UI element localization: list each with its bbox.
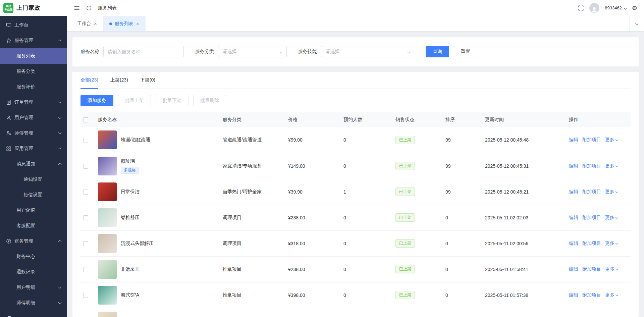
category-select[interactable]: 请选择 <box>218 46 287 57</box>
sidebar-item[interactable]: 消息通知 <box>0 156 67 172</box>
hamburger-icon[interactable] <box>74 5 80 11</box>
row-checkbox[interactable] <box>83 164 88 169</box>
filter-label: 服务名称 <box>80 49 99 55</box>
more-link[interactable]: 更多 <box>605 137 618 142</box>
addon-link[interactable]: 附加项目 <box>582 292 601 298</box>
sidebar-item[interactable]: 用户管理 <box>0 110 67 125</box>
sidebar-item[interactable]: 工作台 <box>0 17 67 33</box>
sidebar-item[interactable]: 客服配置 <box>0 218 67 233</box>
user-dropdown[interactable]: 8933462 <box>605 5 627 10</box>
worker-icon <box>6 130 11 136</box>
sidebar-item[interactable]: 财务中心 <box>0 249 67 264</box>
sidebar-item[interactable]: 服务管理 <box>0 33 67 48</box>
user-icon <box>6 115 11 120</box>
select-placeholder: 请选择 <box>325 49 339 55</box>
sidebar-item-label: 服务列表 <box>16 53 35 59</box>
sidebar-menu: 工作台服务管理服务列表服务分类服务评价订单管理用户管理师傅管理应用管理消息通知通… <box>0 16 67 317</box>
sidebar-item[interactable]: 通知设置 <box>0 172 67 187</box>
status-tab[interactable]: 上架(23) <box>110 72 128 89</box>
search-button[interactable]: 查询 <box>426 46 449 57</box>
sidebar-item[interactable]: 财务管理 <box>0 233 67 249</box>
addon-link[interactable]: 附加项目 <box>582 163 601 168</box>
more-link[interactable]: 更多 <box>605 292 618 298</box>
tab-close-icon[interactable]: × <box>136 21 139 27</box>
filter-card: 服务名称服务分类请选择服务技能请选择 查询 重置 <box>72 37 639 66</box>
batch-up-button[interactable]: 批量上架 <box>118 95 151 106</box>
more-link[interactable]: 更多 <box>605 266 618 272</box>
sidebar-item[interactable]: 用户明细 <box>0 280 67 295</box>
row-checkbox[interactable] <box>83 190 88 195</box>
nav-tab[interactable]: 工作台× <box>71 16 103 31</box>
sidebar-item-label: 师傅明细 <box>16 300 35 306</box>
sidebar-item[interactable]: 服务评价 <box>0 79 67 95</box>
chevron-down-icon <box>615 293 618 296</box>
col-sort: 排序 <box>443 112 482 127</box>
document-icon <box>6 100 11 105</box>
edit-link[interactable]: 编辑 <box>569 215 578 220</box>
sidebar-item[interactable]: 订单管理 <box>0 95 67 110</box>
batch-delete-button[interactable]: 批量删除 <box>193 95 226 106</box>
chevron-down-icon <box>615 216 618 218</box>
sidebar-item[interactable]: 服务分类 <box>0 64 67 79</box>
sidebar-item[interactable]: 用户储值 <box>0 203 67 218</box>
sidebar-item[interactable] <box>0 311 67 317</box>
skill-select[interactable]: 请选择 <box>321 46 414 57</box>
sidebar-item-label: 退款记录 <box>16 269 35 275</box>
sidebar-item-label: 服务分类 <box>16 68 35 74</box>
more-link[interactable]: 更多 <box>605 215 618 220</box>
service-category: 管道疏通/疏通管道 <box>220 127 285 153</box>
table-row: 日常保洁当季热门/呵护全家¥39.901已上架992025-05-12 00:4… <box>80 179 631 205</box>
avatar[interactable] <box>589 3 599 13</box>
fullscreen-icon[interactable] <box>578 5 584 11</box>
more-link[interactable]: 更多 <box>605 163 618 168</box>
status-tab[interactable]: 下架(0) <box>140 72 155 89</box>
addon-link[interactable]: 附加项目 <box>582 215 601 220</box>
sidebar-item[interactable]: 服务列表 <box>0 48 67 64</box>
edit-link[interactable]: 编辑 <box>569 137 578 142</box>
tab-close-icon[interactable]: × <box>94 21 97 27</box>
booking-count: 0 <box>341 256 393 282</box>
addon-link[interactable]: 附加项目 <box>582 241 601 246</box>
sidebar-item[interactable]: 师傅明细 <box>0 295 67 311</box>
service-thumbnail <box>98 208 117 227</box>
sidebar-item[interactable]: 短信设置 <box>0 187 67 203</box>
refresh-icon[interactable] <box>86 5 92 11</box>
edit-link[interactable]: 编辑 <box>569 189 578 194</box>
edit-link[interactable]: 编辑 <box>569 292 578 298</box>
sidebar-item-label: 客服配置 <box>16 223 35 229</box>
row-checkbox[interactable] <box>83 215 88 220</box>
row-checkbox[interactable] <box>83 267 88 272</box>
nav-tab[interactable]: 服务列表× <box>103 16 146 31</box>
status-tab[interactable]: 全部(23) <box>80 72 98 89</box>
service-name-input[interactable] <box>103 46 184 57</box>
edit-link[interactable]: 编辑 <box>569 266 578 272</box>
user-id: 8933462 <box>605 5 622 10</box>
chevron-down-icon <box>58 131 62 135</box>
batch-down-button[interactable]: 批量下架 <box>156 95 189 106</box>
chevron-down-icon <box>58 116 62 119</box>
more-link[interactable]: 更多 <box>605 241 618 246</box>
reset-button[interactable]: 重置 <box>454 46 477 57</box>
page-title: 服务列表 <box>98 5 117 11</box>
addon-link[interactable]: 附加项目 <box>582 137 601 142</box>
addon-link[interactable]: 附加项目 <box>582 266 601 272</box>
edit-link[interactable]: 编辑 <box>569 241 578 246</box>
row-checkbox[interactable] <box>83 241 88 246</box>
add-service-button[interactable]: 添加服务 <box>80 95 113 106</box>
sidebar-item-label: 用户明细 <box>16 284 35 290</box>
addon-link[interactable]: 附加项目 <box>582 189 601 194</box>
edit-link[interactable]: 编辑 <box>569 163 578 168</box>
table-row: 脊椎舒压调理项目¥238.000已上架02025-05-11 02:02:03编… <box>80 205 631 230</box>
row-checkbox[interactable] <box>83 293 88 298</box>
more-link[interactable]: 更多 <box>605 189 618 194</box>
chevron-up-icon <box>58 148 62 151</box>
settings-gear-icon[interactable]: ⚙ <box>632 5 637 11</box>
tabs-bar: 工作台×服务列表× <box>67 16 644 32</box>
row-checkbox[interactable] <box>83 138 88 143</box>
sidebar-item[interactable]: 应用管理 <box>0 141 67 156</box>
sidebar-item[interactable]: 师傅管理 <box>0 125 67 141</box>
select-all-checkbox[interactable] <box>83 117 88 122</box>
table-row: 沉浸式头部解压调理项目¥318.000已上架02025-05-11 02:00:… <box>80 230 631 256</box>
tabs-more-button[interactable] <box>629 16 644 31</box>
sidebar-item[interactable]: 退款记录 <box>0 264 67 280</box>
